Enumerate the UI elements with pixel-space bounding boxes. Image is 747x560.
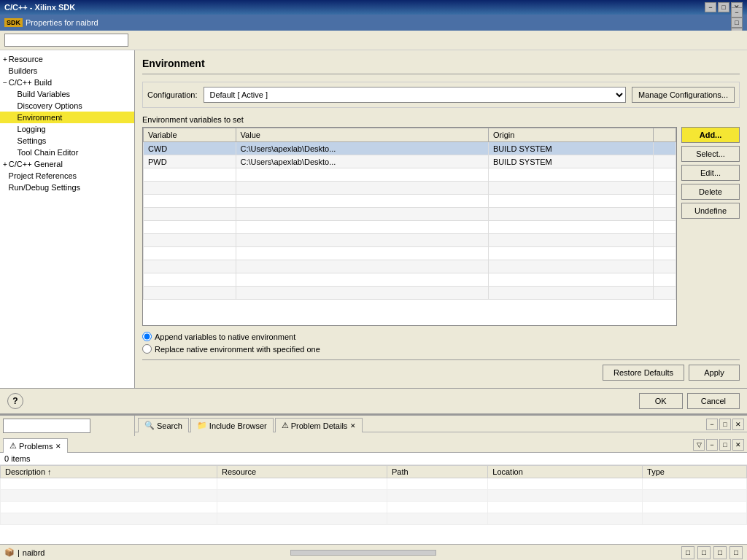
problems-table: Description ↑ Resource Path Location Typ… [0, 465, 747, 525]
dialog-bottom: ? OK Cancel [0, 388, 747, 413]
radio-replace-row: Replace native environment with specifie… [142, 344, 740, 354]
problems-content: 0 items Description ↑ Resource Path Loca… [0, 453, 747, 544]
tree-item-settings[interactable]: Settings [0, 135, 134, 147]
problems-row-empty [1, 502, 747, 513]
tree-item-logging[interactable]: Logging [0, 123, 134, 135]
table-row-empty [144, 168, 676, 182]
status-btn-2[interactable]: □ [697, 546, 711, 559]
dialog-action-buttons: OK Cancel [639, 393, 740, 409]
dialog-area: +Resource Builders −C/C++ Build Build Va… [0, 31, 747, 413]
tab-problems-close[interactable]: ✕ [55, 443, 61, 450]
col-resource: Resource [217, 466, 387, 478]
table-row[interactable]: CWD C:\Users\apexlab\Deskto... BUILD SYS… [144, 142, 676, 155]
tree-item-tool-chain-editor[interactable]: Tool Chain Editor [0, 147, 134, 158]
tab-problem-details[interactable]: ⚠ Problem Details ✕ [275, 418, 363, 432]
add-btn[interactable]: Add... [681, 127, 740, 143]
ok-btn[interactable]: OK [639, 393, 683, 409]
table-row-empty [144, 195, 676, 208]
radio-append[interactable] [142, 332, 152, 341]
table-row-empty [144, 273, 676, 287]
config-select[interactable]: Default [ Active ] [204, 87, 627, 103]
props-maximize-btn[interactable]: □ [731, 18, 743, 28]
problems-minimize-btn[interactable]: − [706, 439, 718, 451]
tab-minimize-btn[interactable]: − [706, 419, 718, 430]
problems-maximize-btn[interactable]: □ [719, 439, 731, 451]
status-btn-3[interactable]: □ [713, 546, 727, 559]
problems-row-empty [1, 490, 747, 502]
content-panel: Environment Configuration: Default [ Act… [135, 50, 747, 388]
cancel-btn[interactable]: Cancel [687, 393, 740, 409]
manage-configurations-btn[interactable]: Manage Configurations... [632, 87, 735, 103]
tree-item-build-variables[interactable]: Build Variables [0, 88, 134, 100]
tree-item-builders[interactable]: Builders [0, 65, 134, 77]
problems-close-btn[interactable]: ✕ [732, 439, 744, 451]
tab-include-browser[interactable]: 📁 Include Browser [190, 418, 274, 432]
env-section-label: Environment variables to set [142, 115, 740, 124]
tree-item-cpp-build[interactable]: −C/C++ Build [0, 77, 134, 88]
delete-btn[interactable]: Delete [681, 184, 740, 200]
cell-variable: CWD [144, 142, 236, 155]
tree-search-input[interactable] [4, 34, 128, 47]
radio-group: Append variables to native environment R… [142, 332, 740, 357]
radio-replace[interactable] [142, 344, 152, 354]
cell-value: C:\Users\apexlab\Deskto... [236, 155, 488, 168]
cell-variable: PWD [144, 155, 236, 168]
edit-btn[interactable]: Edit... [681, 165, 740, 181]
status-bar: 📦 | naibrd □ □ □ □ [0, 544, 747, 560]
props-minimize-btn[interactable]: − [731, 7, 743, 18]
select-btn[interactable]: Select... [681, 146, 740, 162]
table-row-empty [144, 208, 676, 221]
tab-close-btn[interactable]: ✕ [732, 419, 744, 430]
status-btn-1[interactable]: □ [681, 546, 694, 559]
apply-btn[interactable]: Apply [689, 365, 740, 381]
bottom-tabs-container: 🔍 Search 📁 Include Browser ⚠ Problem Det… [135, 416, 747, 436]
tree-item-project-references[interactable]: Project References [0, 170, 134, 182]
col-value: Value [236, 128, 488, 142]
tree-search-bar [0, 31, 747, 50]
tree-item-discovery-options[interactable]: Discovery Options [0, 100, 134, 112]
app-title-bar: C/C++ - Xilinx SDK − □ ✕ [0, 0, 747, 15]
col-type: Type [643, 466, 747, 478]
tab-problem-details-label: Problem Details [291, 421, 348, 430]
col-origin: Origin [489, 128, 654, 142]
tab-problems[interactable]: ⚠ Problems ✕ [3, 438, 68, 453]
tree-item-run-debug-settings[interactable]: Run/Debug Settings [0, 182, 134, 193]
table-row-empty [144, 221, 676, 234]
radio-replace-label: Replace native environment with specifie… [155, 345, 320, 354]
config-label: Configuration: [147, 90, 198, 99]
tree-item-environment[interactable]: Environment [0, 112, 134, 123]
problems-view-btn[interactable]: ▽ [693, 439, 705, 451]
table-row[interactable]: PWD C:\Users\apexlab\Deskto... BUILD SYS… [144, 155, 676, 168]
left-input-area [0, 416, 135, 436]
status-center [44, 550, 681, 556]
status-right: □ □ □ □ [681, 546, 743, 559]
col-location: Location [488, 466, 643, 478]
undefine-btn[interactable]: Undefine [681, 203, 740, 219]
restore-defaults-btn[interactable]: Restore Defaults [603, 365, 684, 381]
tree-item-resource[interactable]: +Resource [0, 53, 134, 65]
problems-icon: ⚠ [9, 441, 17, 451]
properties-title-bar: SDK Properties for naibrd − □ ✕ [0, 15, 747, 31]
problem-details-icon: ⚠ [282, 421, 289, 430]
expand-icon-resource: + [3, 55, 7, 63]
tab-problem-details-close[interactable]: ✕ [350, 422, 356, 429]
properties-title: Properties for naibrd [26, 18, 98, 27]
help-btn[interactable]: ? [7, 393, 23, 409]
table-row-empty [144, 260, 676, 273]
bottom-section: 🔍 Search 📁 Include Browser ⚠ Problem Det… [0, 414, 747, 560]
table-row-empty [144, 247, 676, 260]
app-maximize-btn[interactable]: □ [718, 2, 729, 12]
app-minimize-btn[interactable]: − [705, 2, 716, 12]
tab-search[interactable]: 🔍 Search [138, 418, 189, 432]
status-project-name: naibrd [23, 548, 45, 557]
status-btn-4[interactable]: □ [729, 546, 743, 559]
bottom-search-input[interactable] [3, 419, 90, 433]
tree-item-cpp-general[interactable]: +C/C++ General [0, 158, 134, 170]
include-browser-icon: 📁 [197, 421, 207, 430]
tab-include-browser-label: Include Browser [209, 421, 267, 430]
problems-bar: ⚠ Problems ✕ ▽ − □ ✕ [0, 436, 747, 453]
tab-maximize-btn[interactable]: □ [719, 419, 731, 430]
tab-right-buttons: − □ ✕ [706, 419, 744, 430]
tab-problems-label: Problems [19, 442, 53, 451]
app-title: C/C++ - Xilinx SDK [4, 3, 75, 12]
